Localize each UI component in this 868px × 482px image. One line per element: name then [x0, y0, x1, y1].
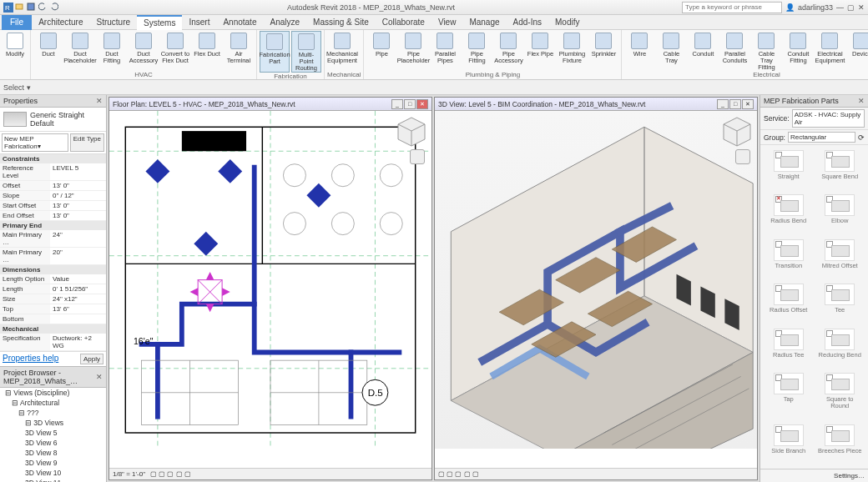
view-scale[interactable]: 1/8" = 1'-0": [113, 470, 145, 478]
property-row[interactable]: Offset13' 0": [0, 181, 106, 191]
part-straight[interactable]: Straight: [764, 148, 814, 191]
help-search[interactable]: [682, 2, 782, 13]
vp2-min-icon[interactable]: _: [717, 99, 729, 109]
file-menu[interactable]: File: [2, 15, 32, 30]
nav-wheel-icon[interactable]: [410, 149, 425, 164]
property-row[interactable]: End Offset13' 0": [0, 211, 106, 221]
property-row[interactable]: Length0' 1 51/256": [0, 284, 106, 294]
tab-add-ins[interactable]: Add-Ins: [507, 15, 548, 30]
part-square-to-round[interactable]: Square to Round: [815, 371, 865, 420]
tool-parallel-conduits[interactable]: Parallel Conduits: [719, 31, 749, 71]
vp2-close-icon[interactable]: ✕: [742, 99, 754, 109]
tab-architecture[interactable]: Architecture: [32, 15, 89, 30]
tree-item[interactable]: 3D View 10: [0, 468, 106, 478]
tool-flex-duct[interactable]: Flex Duct: [192, 31, 222, 71]
tab-systems[interactable]: Systems: [137, 15, 182, 30]
tool-fabrication-part[interactable]: Fabrication Part: [260, 31, 290, 73]
tree-item[interactable]: ⊟ ???: [0, 408, 106, 418]
tool-plumbing-fixture[interactable]: Plumbing Fixture: [557, 31, 587, 71]
properties-help-link[interactable]: Properties help: [3, 354, 58, 364]
part-transition[interactable]: Transition: [764, 238, 814, 280]
property-row[interactable]: Slope0" / 12": [0, 191, 106, 201]
vp2-max-icon[interactable]: □: [729, 99, 741, 109]
property-row[interactable]: Size24" x12": [0, 294, 106, 304]
edit-type-button[interactable]: Edit Type: [70, 133, 104, 152]
tool-parallel-pipes[interactable]: Parallel Pipes: [430, 31, 460, 71]
property-row[interactable]: Start Offset13' 0": [0, 201, 106, 211]
tool-sprinkler[interactable]: Sprinkler: [588, 31, 618, 71]
qat-save-icon[interactable]: [27, 3, 37, 13]
tree-item[interactable]: ⊟ Views (Discipline): [0, 388, 106, 398]
apply-button[interactable]: Apply: [80, 354, 103, 364]
browser-close-icon[interactable]: ✕: [96, 373, 103, 381]
tool-multi-point-routing[interactable]: Multi-Point Routing: [291, 31, 321, 73]
close-icon[interactable]: ✕: [858, 3, 865, 12]
property-row[interactable]: Reference LevelLEVEL 5: [0, 163, 106, 181]
tool-pipe-accessory[interactable]: Pipe Accessory: [493, 31, 523, 71]
properties-close-icon[interactable]: ✕: [96, 97, 103, 105]
tool-duct[interactable]: Duct: [33, 31, 63, 71]
tab-modify[interactable]: Modify: [548, 15, 586, 30]
3d-canvas[interactable]: [435, 111, 757, 449]
part-breeches-piece[interactable]: Breeches Piece: [815, 423, 865, 465]
property-row[interactable]: Main Primary …20": [0, 248, 106, 265]
part-tap[interactable]: Tap: [764, 371, 814, 420]
part-radius-bend[interactable]: Radius Bend: [764, 193, 814, 235]
part-reducing-bend[interactable]: Reducing Bend: [815, 327, 865, 369]
modify-tool[interactable]: Modify: [3, 31, 28, 71]
tab-manage[interactable]: Manage: [462, 15, 506, 30]
tool-conduit[interactable]: Conduit: [688, 31, 718, 71]
view-cube-3d[interactable]: [720, 114, 754, 148]
group-select[interactable]: Rectangular: [788, 132, 855, 143]
floor-plan-viewport[interactable]: Floor Plan: LEVEL 5 - HVAC - MEP_2018_Wh…: [108, 97, 432, 480]
tool-air-terminal[interactable]: Air Terminal: [224, 31, 254, 71]
user-icon[interactable]: 👤: [785, 3, 795, 12]
qat-open-icon[interactable]: [15, 3, 25, 13]
3d-viewport[interactable]: 3D View: Level 5 - BIM Coordination - ME…: [434, 97, 758, 480]
refresh-icon[interactable]: ⟳: [858, 133, 865, 142]
tree-item[interactable]: 3D View 8: [0, 448, 106, 458]
tool-cable-tray[interactable]: Cable Tray: [656, 31, 686, 71]
part-side-branch[interactable]: Side Branch: [764, 423, 814, 465]
tool-duct-accessory[interactable]: Duct Accessory: [129, 31, 159, 71]
nav-wheel-3d-icon[interactable]: [735, 149, 750, 164]
maximize-icon[interactable]: ▢: [847, 3, 855, 12]
tool-duct-fitting[interactable]: Duct Fitting: [97, 31, 127, 71]
tool-pipe-fitting[interactable]: Pipe Fitting: [462, 31, 492, 71]
vp1-max-icon[interactable]: □: [404, 99, 416, 109]
part-square-bend[interactable]: Square Bend: [815, 148, 865, 191]
tool-duct-placeholder[interactable]: Duct Placeholder: [65, 31, 95, 71]
tree-item[interactable]: ⊟ 3D Views: [0, 418, 106, 428]
tool-wire[interactable]: Wire: [624, 31, 654, 71]
vp1-close-icon[interactable]: ✕: [416, 99, 428, 109]
part-tee[interactable]: Tee: [815, 282, 865, 324]
tab-structure[interactable]: Structure: [89, 15, 137, 30]
view-cube[interactable]: [395, 114, 428, 148]
tab-insert[interactable]: Insert: [182, 15, 216, 30]
property-row[interactable]: Bottom: [0, 314, 106, 324]
part-mitred-offset[interactable]: Mitred Offset: [815, 238, 865, 280]
tool-mechanical-equipment[interactable]: Mechanical Equipment: [327, 31, 357, 71]
tool-convert-to-flex-duct[interactable]: Convert to Flex Duct: [160, 31, 190, 71]
part-radius-tee[interactable]: Radius Tee: [764, 327, 814, 369]
tab-annotate[interactable]: Annotate: [216, 15, 263, 30]
service-select[interactable]: ADSK - HVAC: Supply Air: [792, 109, 865, 128]
tool-flex-pipe[interactable]: Flex Pipe: [525, 31, 555, 71]
tool-pipe[interactable]: Pipe: [366, 31, 396, 71]
qat-undo-icon[interactable]: [38, 3, 48, 13]
tree-item[interactable]: ⊟ Architectural: [0, 398, 106, 408]
tool-cable-tray-fitting[interactable]: Cable Tray Fitting: [751, 31, 781, 71]
tab-collaborate[interactable]: Collaborate: [376, 15, 431, 30]
settings-link[interactable]: Settings…: [834, 472, 865, 479]
tree-item[interactable]: 3D View 5: [0, 428, 106, 438]
qat-redo-icon[interactable]: [50, 3, 60, 13]
type-selector[interactable]: New MEP Fabrication▾: [2, 133, 68, 152]
property-row[interactable]: SpecificationDuctwork: +2 WG: [0, 334, 106, 351]
tool-conduit-fitting[interactable]: Conduit Fitting: [783, 31, 813, 71]
tree-item[interactable]: 3D View 6: [0, 438, 106, 448]
property-row[interactable]: Length OptionValue: [0, 274, 106, 284]
project-browser-tree[interactable]: ⊟ Views (Discipline)⊟ Architectural⊟ ???…: [0, 388, 106, 482]
floor-plan-canvas[interactable]: D.5 16'e": [109, 111, 431, 449]
tab-analyze[interactable]: Analyze: [263, 15, 306, 30]
tab-massing-site[interactable]: Massing & Site: [306, 15, 376, 30]
